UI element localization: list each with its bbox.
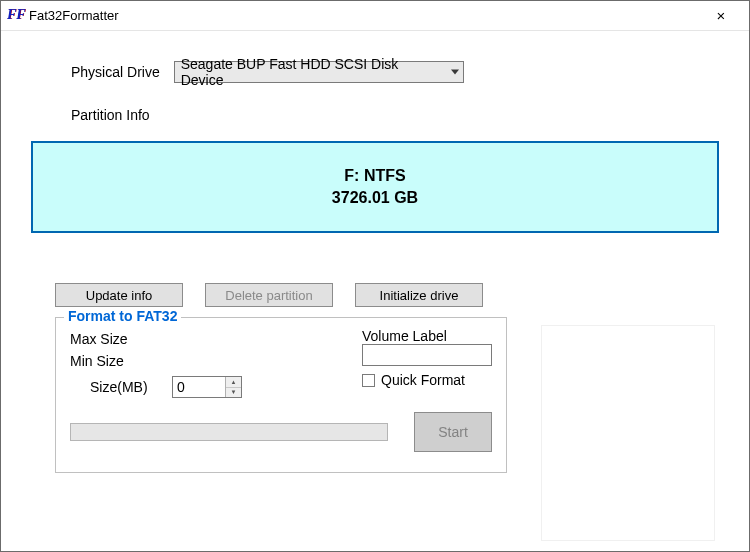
partition-info-label: Partition Info (71, 107, 719, 123)
min-size-label: Min Size (70, 350, 342, 372)
quick-format-checkbox[interactable] (362, 374, 375, 387)
max-size-label: Max Size (70, 328, 342, 350)
partition-size: 3726.01 GB (332, 189, 418, 207)
progress-bar (70, 423, 388, 441)
update-info-button[interactable]: Update info (55, 283, 183, 307)
physical-drive-label: Physical Drive (71, 64, 160, 80)
physical-drive-selected: Seagate BUP Fast HDD SCSI Disk Device (181, 56, 441, 88)
size-value[interactable]: 0 (173, 377, 225, 397)
delete-partition-button[interactable]: Delete partition (205, 283, 333, 307)
format-groupbox: Format to FAT32 Max Size Min Size Size(M… (55, 317, 507, 473)
app-icon: FF (7, 8, 23, 24)
size-stepper[interactable]: 0 ▲ ▼ (172, 376, 242, 398)
group-title: Format to FAT32 (64, 308, 181, 324)
size-mb-label: Size(MB) (90, 379, 172, 395)
quick-format-label: Quick Format (381, 372, 465, 388)
chevron-down-icon[interactable]: ▼ (226, 388, 241, 398)
window-title: Fat32Formatter (29, 8, 701, 23)
close-button[interactable]: × (701, 1, 741, 31)
partition-name: F: NTFS (344, 167, 405, 185)
titlebar: FF Fat32Formatter × (1, 1, 749, 31)
partition-box[interactable]: F: NTFS 3726.01 GB (31, 141, 719, 233)
side-panel (541, 325, 715, 541)
start-button[interactable]: Start (414, 412, 492, 452)
chevron-up-icon[interactable]: ▲ (226, 377, 241, 388)
initialize-drive-button[interactable]: Initialize drive (355, 283, 483, 307)
physical-drive-select[interactable]: Seagate BUP Fast HDD SCSI Disk Device (174, 61, 464, 83)
chevron-down-icon (451, 70, 459, 75)
volume-label-input[interactable] (362, 344, 492, 366)
volume-label-label: Volume Label (362, 328, 492, 344)
